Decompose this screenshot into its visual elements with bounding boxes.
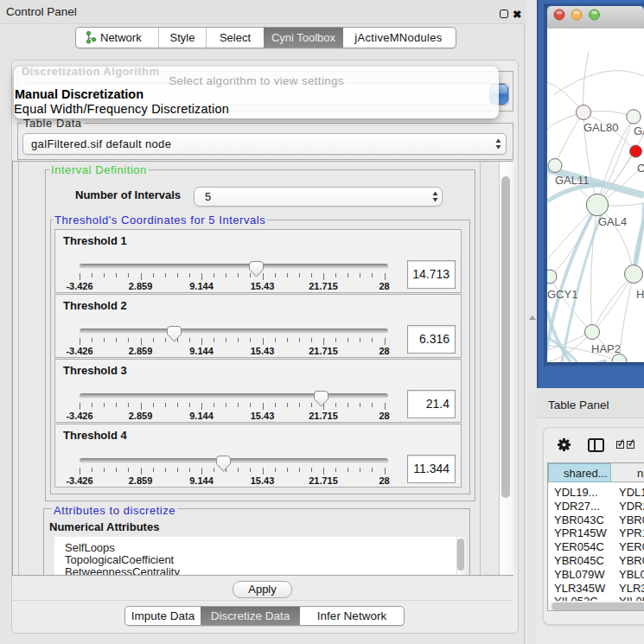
svg-text:GAL4: GAL4	[598, 215, 627, 228]
svg-text:GAL80: GAL80	[583, 121, 618, 134]
svg-text:GAL11: GAL11	[555, 174, 590, 187]
svg-text:C: C	[637, 162, 644, 175]
svg-text:HAP2: HAP2	[591, 342, 621, 355]
svg-text:GCY1: GCY1	[547, 288, 577, 301]
svg-text:H: H	[636, 288, 644, 301]
svg-text:GA: GA	[634, 124, 644, 137]
